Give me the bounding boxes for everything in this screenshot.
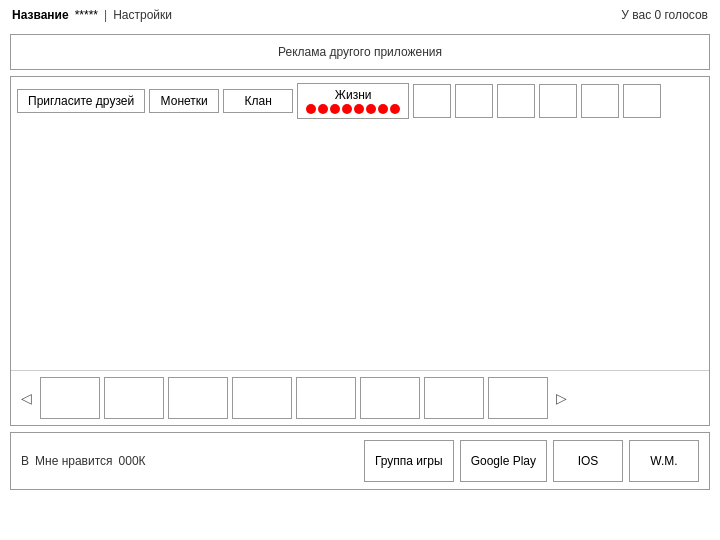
settings-link[interactable]: Настройки [113, 8, 172, 22]
tab-empty-3[interactable] [497, 84, 535, 118]
lives-dots [306, 104, 400, 114]
group-button[interactable]: Группа игры [364, 440, 454, 482]
app-title: Название [12, 8, 69, 22]
scroll-item-4[interactable] [232, 377, 292, 419]
dot-4 [342, 104, 352, 114]
separator: | [104, 8, 107, 22]
scroll-item-1[interactable] [40, 377, 100, 419]
b-label: В [21, 454, 29, 468]
top-bar-left: Название ***** | Настройки [12, 8, 172, 22]
scroll-row: ◁ ▷ [11, 370, 709, 425]
bottom-bar-buttons: Группа игры Google Play IOS W.M. [364, 440, 699, 482]
tab-lives[interactable]: Жизни [297, 83, 409, 119]
ios-button[interactable]: IOS [553, 440, 623, 482]
dot-3 [330, 104, 340, 114]
stars: ***** [75, 8, 98, 22]
ad-label: Реклама другого приложения [278, 45, 442, 59]
bottom-bar: В Мне нравится 000К Группа игры Google P… [10, 432, 710, 490]
count-label: 000К [119, 454, 146, 468]
dot-7 [378, 104, 388, 114]
google-play-button[interactable]: Google Play [460, 440, 547, 482]
like-label: Мне нравится [35, 454, 113, 468]
scroll-item-5[interactable] [296, 377, 356, 419]
scroll-item-7[interactable] [424, 377, 484, 419]
top-bar: Название ***** | Настройки У вас 0 голос… [0, 0, 720, 30]
tab-empty-2[interactable] [455, 84, 493, 118]
dot-5 [354, 104, 364, 114]
scroll-item-8[interactable] [488, 377, 548, 419]
tab-coins[interactable]: Монетки [149, 89, 219, 113]
tab-empty-5[interactable] [581, 84, 619, 118]
tab-clan[interactable]: Клан [223, 89, 293, 113]
content-area [11, 123, 709, 370]
scroll-item-2[interactable] [104, 377, 164, 419]
dot-2 [318, 104, 328, 114]
ad-banner: Реклама другого приложения [10, 34, 710, 70]
tab-empty-6[interactable] [623, 84, 661, 118]
wm-button[interactable]: W.M. [629, 440, 699, 482]
scroll-item-3[interactable] [168, 377, 228, 419]
tab-empty-4[interactable] [539, 84, 577, 118]
tab-invite[interactable]: Пригласите друзей [17, 89, 145, 113]
tab-empty-1[interactable] [413, 84, 451, 118]
votes-label: У вас 0 голосов [621, 8, 708, 22]
main-panel: Пригласите друзей Монетки Клан Жизни [10, 76, 710, 426]
dot-1 [306, 104, 316, 114]
nav-tabs-row: Пригласите друзей Монетки Клан Жизни [11, 77, 709, 123]
bottom-bar-left: В Мне нравится 000К [21, 454, 146, 468]
dot-6 [366, 104, 376, 114]
scroll-left-arrow[interactable]: ◁ [17, 388, 36, 408]
dot-8 [390, 104, 400, 114]
scroll-right-arrow[interactable]: ▷ [552, 388, 571, 408]
scroll-item-6[interactable] [360, 377, 420, 419]
